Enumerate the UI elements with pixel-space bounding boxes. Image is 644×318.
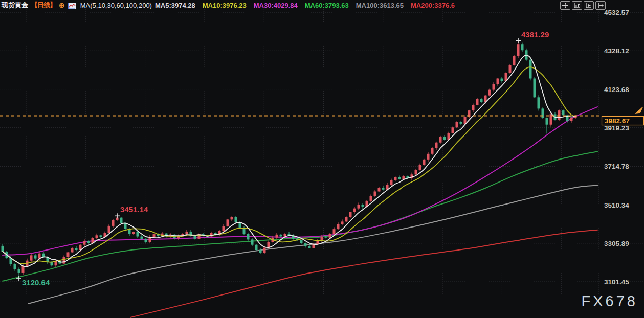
axis-price-label: 3101.45 [604, 278, 629, 286]
latest-price-arrow-icon [636, 107, 642, 113]
candle-body [67, 252, 70, 257]
candle-body [280, 235, 282, 237]
candle-body [542, 108, 544, 118]
candle-body [497, 78, 499, 84]
candle-body [398, 177, 401, 179]
candle-body [149, 237, 151, 242]
candle-body [570, 118, 573, 121]
candle-body [443, 137, 446, 140]
candle-body [353, 209, 356, 212]
axis-price-label: 3510.34 [604, 201, 629, 209]
candle-body [194, 236, 196, 239]
last-price-value: 3982.67 [605, 117, 630, 125]
candle-body [452, 127, 454, 133]
ma-value-label: MA5:3974.28 [155, 2, 195, 9]
candle-body [276, 235, 278, 238]
candle-body [341, 221, 344, 224]
ma-line-ma200 [130, 230, 597, 317]
move-crosshair-icon[interactable] [560, 1, 570, 10]
chart-header: 现货黄金 【日线】 ⊕ MA(5,10,30,60,100,200) MA5:3… [2, 1, 455, 10]
candle-body [141, 237, 143, 239]
candle-body [435, 143, 438, 148]
candle-body [108, 226, 110, 233]
ma-line-ma30 [3, 107, 597, 255]
candle-body [227, 219, 229, 226]
ma-value-label: MA30:4029.84 [254, 2, 298, 9]
candle-body [513, 56, 516, 65]
candle-body [51, 262, 53, 266]
candle-body [231, 217, 233, 219]
candle-body [558, 110, 561, 120]
candle-body [521, 44, 524, 50]
candle-body [370, 196, 372, 201]
symbol-name: 现货黄金 [2, 1, 28, 10]
candle-body [325, 237, 327, 238]
candle-body [120, 218, 123, 223]
candle-body [456, 122, 458, 127]
candle-body [464, 117, 467, 124]
chart-play-icon[interactable] [584, 1, 594, 10]
axis-price-label: 3919.23 [604, 124, 629, 132]
mini-chart-icon[interactable] [68, 2, 76, 9]
chart-scale-icon[interactable] [572, 1, 582, 10]
candle-body [423, 160, 426, 165]
candle-body [345, 217, 348, 221]
candle-body [529, 60, 532, 79]
candle-body [329, 234, 331, 237]
candle-body [562, 110, 565, 115]
candle-body [333, 229, 336, 234]
candle-body [87, 241, 90, 243]
candle-body [394, 177, 397, 180]
ma-value-label: MA200:3376.6 [411, 2, 455, 9]
watermark: FX678 [582, 293, 638, 310]
candle-body [390, 180, 393, 185]
candle-body [488, 90, 491, 96]
price-annotation: 3451.14 [120, 205, 148, 214]
ma-value-label: MA100:3613.65 [356, 2, 404, 9]
candle-body [358, 205, 360, 208]
candle-body [124, 223, 127, 229]
chart-canvas[interactable]: 4381.293451.143120.644532.574328.124123.… [0, 0, 644, 318]
candle-body [259, 250, 262, 253]
axis-price-label: 3305.89 [604, 240, 629, 247]
candle-body [100, 235, 102, 237]
price-annotation: 3120.64 [22, 278, 50, 287]
candle-body [378, 188, 381, 191]
candle-body [415, 170, 417, 174]
candle-body [235, 217, 237, 222]
price-annotation: 4381.29 [521, 30, 549, 39]
axis-price-label: 4532.57 [604, 9, 629, 16]
axis-price-label: 4328.12 [604, 47, 629, 55]
candle-body [419, 165, 421, 170]
step-forward-icon[interactable] [595, 1, 606, 10]
trading-chart-window: 现货黄金 【日线】 ⊕ MA(5,10,30,60,100,200) MA5:3… [0, 0, 644, 318]
candle-body [137, 232, 139, 237]
candle-body [427, 154, 430, 160]
candle-body [145, 239, 147, 242]
candle-body [321, 237, 323, 240]
candle-body [63, 257, 65, 264]
ma-line-ma60 [3, 151, 597, 281]
candle-body [493, 84, 495, 90]
ma-values: MA5:3974.28MA10:3976.23MA30:4029.84MA60:… [155, 2, 455, 9]
candle-body [96, 235, 98, 238]
candle-body [472, 105, 475, 110]
chart-toolbar [560, 1, 606, 10]
candle-body [132, 232, 135, 234]
candle-body [501, 78, 503, 81]
candle-body [263, 248, 266, 253]
candle-body [374, 191, 376, 196]
candle-body [308, 246, 311, 248]
candle-body [30, 255, 33, 260]
candle-body [517, 44, 520, 56]
candle-body [75, 248, 78, 250]
candle-body [243, 228, 246, 234]
candle-body [337, 224, 340, 229]
candle-body [255, 245, 258, 250]
candle-body [476, 99, 479, 105]
candle-body [22, 266, 25, 273]
add-compare-icon[interactable]: ⊕ [59, 2, 65, 9]
candle-body [534, 78, 536, 97]
candle-body [71, 248, 74, 252]
candle-body [439, 137, 442, 143]
